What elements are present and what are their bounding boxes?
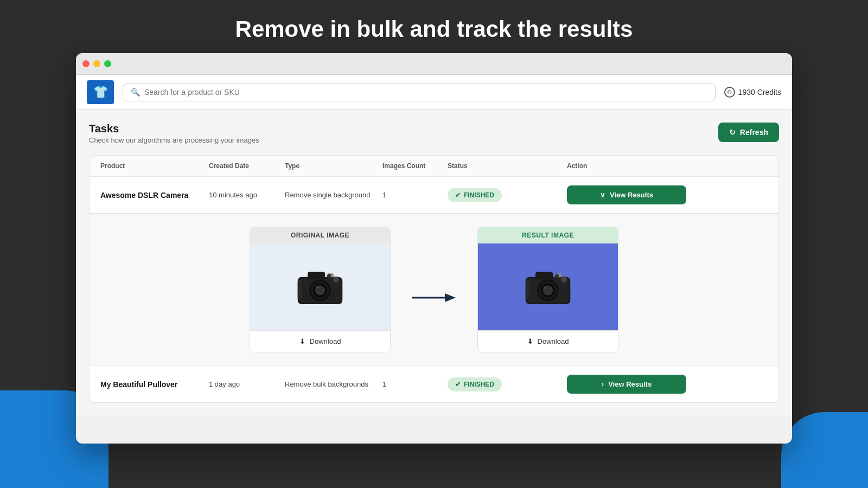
col-type: Type bbox=[285, 162, 382, 170]
table-header: Product Created Date Type Images Count S… bbox=[90, 156, 778, 177]
svg-marker-13 bbox=[445, 293, 456, 302]
page-title: Remove in bulk and track the results bbox=[0, 0, 868, 53]
credits-label: 1930 Credits bbox=[738, 88, 781, 97]
svg-point-23 bbox=[561, 277, 567, 282]
col-created-date: Created Date bbox=[209, 162, 285, 170]
minimize-button[interactable] bbox=[93, 60, 100, 67]
original-image-card: ORIGINAL IMAGE bbox=[250, 227, 391, 352]
refresh-icon: ↻ bbox=[729, 128, 736, 137]
col-images-count: Images Count bbox=[382, 162, 448, 170]
original-image-label: ORIGINAL IMAGE bbox=[250, 227, 390, 243]
table-row: My Beautiful Pullover 1 day ago Remove b… bbox=[90, 366, 778, 402]
task-product-name-2: My Beautiful Pullover bbox=[100, 380, 209, 389]
credits-icon: © bbox=[724, 87, 735, 98]
svg-rect-7 bbox=[308, 272, 325, 280]
svg-point-9 bbox=[333, 277, 339, 282]
col-action: Action bbox=[567, 162, 768, 170]
camera-image-original bbox=[290, 262, 350, 311]
result-image-preview bbox=[478, 243, 618, 330]
task-type-2: Remove bulk backgrounds bbox=[285, 380, 382, 388]
credits-area: © 1930 Credits bbox=[724, 87, 781, 98]
task-status-2: ✔ FINISHED bbox=[448, 377, 567, 391]
download-original-button[interactable]: ⬇ Download bbox=[250, 330, 390, 352]
tasks-header: Tasks Check how our algorithms are proce… bbox=[89, 123, 779, 144]
content-area: Tasks Check how our algorithms are proce… bbox=[76, 110, 792, 416]
logo-area: 👕 bbox=[87, 80, 114, 104]
chevron-right-icon: › bbox=[602, 380, 604, 388]
task-action-2: › View Results bbox=[567, 375, 768, 394]
svg-point-10 bbox=[327, 274, 331, 278]
task-product-name: Awesome DSLR Camera bbox=[100, 191, 209, 200]
svg-rect-11 bbox=[298, 279, 302, 299]
arrow-icon bbox=[412, 291, 456, 304]
original-image-preview bbox=[250, 243, 390, 330]
maximize-button[interactable] bbox=[104, 60, 111, 67]
col-status: Status bbox=[448, 162, 567, 170]
task-row-main: Awesome DSLR Camera 10 minutes ago Remov… bbox=[90, 177, 778, 213]
results-panel: ORIGINAL IMAGE bbox=[90, 213, 778, 365]
download-icon: ⬇ bbox=[299, 337, 305, 345]
camera-image-result bbox=[518, 262, 578, 311]
tasks-title: Tasks bbox=[89, 123, 259, 135]
download-icon-result: ⬇ bbox=[527, 337, 533, 345]
tasks-table: Product Created Date Type Images Count S… bbox=[89, 155, 779, 403]
app-window: 👕 🔍 © 1930 Credits Tasks Check how our a… bbox=[76, 53, 792, 444]
view-results-button-2[interactable]: › View Results bbox=[567, 375, 686, 394]
task-type: Remove single background bbox=[285, 191, 382, 199]
task-created-date: 10 minutes ago bbox=[209, 191, 285, 199]
decorative-blob-right bbox=[781, 412, 868, 488]
tasks-title-block: Tasks Check how our algorithms are proce… bbox=[89, 123, 259, 144]
task-images-count-2: 1 bbox=[382, 380, 448, 388]
traffic-lights bbox=[82, 60, 111, 67]
task-images-count: 1 bbox=[382, 191, 448, 199]
svg-point-20 bbox=[544, 286, 547, 289]
close-button[interactable] bbox=[82, 60, 90, 67]
svg-rect-25 bbox=[526, 279, 529, 299]
table-row: Awesome DSLR Camera 10 minutes ago Remov… bbox=[90, 177, 778, 366]
title-bar bbox=[76, 53, 792, 75]
result-image-label: RESULT IMAGE bbox=[478, 227, 618, 243]
status-badge: ✔ FINISHED bbox=[448, 188, 502, 202]
col-product: Product bbox=[100, 162, 209, 170]
view-results-button[interactable]: ∨ View Results bbox=[567, 185, 686, 204]
task-action: ∨ View Results bbox=[567, 185, 768, 204]
search-input[interactable] bbox=[144, 88, 707, 97]
result-image-card: RESULT IMAGE bbox=[477, 227, 618, 352]
chevron-down-icon: ∨ bbox=[600, 191, 605, 199]
logo-icon: 👕 bbox=[93, 85, 108, 99]
task-row-main-2: My Beautiful Pullover 1 day ago Remove b… bbox=[90, 366, 778, 402]
arrow-area bbox=[412, 275, 456, 304]
refresh-button[interactable]: ↻ Refresh bbox=[718, 123, 779, 142]
tasks-subtitle: Check how our algorithms are processing … bbox=[89, 136, 259, 144]
search-icon: 🔍 bbox=[131, 88, 140, 97]
status-badge-2: ✔ FINISHED bbox=[448, 377, 502, 391]
checkmark-icon-2: ✔ bbox=[455, 381, 461, 388]
checkmark-icon: ✔ bbox=[455, 191, 461, 199]
svg-rect-21 bbox=[535, 272, 553, 280]
svg-point-24 bbox=[555, 274, 559, 278]
download-result-button[interactable]: ⬇ Download bbox=[478, 330, 618, 352]
app-header: 👕 🔍 © 1930 Credits bbox=[76, 75, 792, 110]
task-created-date-2: 1 day ago bbox=[209, 380, 285, 388]
search-bar: 🔍 bbox=[123, 83, 716, 101]
task-status: ✔ FINISHED bbox=[448, 188, 567, 202]
svg-point-6 bbox=[316, 286, 319, 289]
